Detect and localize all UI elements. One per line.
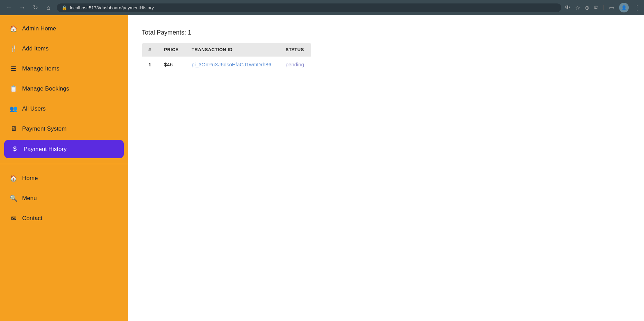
- sidebar-label-all-users: All Users: [22, 105, 46, 112]
- payment-system-icon: 🖥: [10, 125, 17, 132]
- sidebar-label-manage-bookings: Manage Bookings: [22, 85, 69, 92]
- url-text: localhost:5173/dashboard/paymentHistory: [70, 5, 154, 10]
- menu-dots-icon[interactable]: ⋮: [634, 3, 640, 12]
- main-content: Total Payments: 1 # PRICE TRANSACTION ID…: [128, 15, 644, 321]
- col-number: #: [142, 43, 158, 57]
- dollar-icon: $: [11, 145, 19, 153]
- sidebar-item-payment-history[interactable]: $ Payment History: [4, 140, 124, 158]
- sidebar-label-home: Home: [22, 175, 38, 182]
- sidebar-label-add-items: Add Items: [22, 45, 49, 52]
- sidebar-divider: [0, 164, 128, 164]
- sidebar-item-home[interactable]: 🏠 Home: [0, 168, 128, 188]
- sidebar-item-manage-bookings[interactable]: 📋 Manage Bookings: [0, 79, 128, 99]
- sidebar-item-add-items[interactable]: 🍴 Add Items: [0, 39, 128, 59]
- sidebar-item-manage-items[interactable]: ☰ Manage Items: [0, 59, 128, 79]
- cell-price: $46: [158, 57, 185, 73]
- cell-transaction-id: pi_3OnPuXJ6dsoEfaCJ1wmDrh86: [185, 57, 279, 73]
- table-row: 1 $46 pi_3OnPuXJ6dsoEfaCJ1wmDrh86 pendin…: [142, 57, 311, 73]
- star-icon[interactable]: ☆: [575, 4, 580, 11]
- sidebar-label-payment-history: Payment History: [24, 146, 67, 153]
- list-icon: ☰: [10, 65, 17, 73]
- cell-status: pending: [279, 57, 311, 73]
- total-payments-label: Total Payments:: [142, 29, 186, 36]
- address-bar[interactable]: 🔒 localhost:5173/dashboard/paymentHistor…: [57, 3, 561, 12]
- puzzle-icon[interactable]: ⧉: [594, 4, 598, 11]
- envelope-icon: ✉: [10, 215, 17, 222]
- sidebar-label-contact: Contact: [22, 215, 43, 222]
- sidebar-item-menu[interactable]: 🔍 Menu: [0, 188, 128, 208]
- col-transaction-id: TRANSACTION ID: [185, 43, 279, 57]
- sidebar-label-menu: Menu: [22, 195, 37, 202]
- sidebar: 🏠 Admin Home 🍴 Add Items ☰ Manage Items …: [0, 15, 128, 321]
- cell-number: 1: [142, 57, 158, 73]
- bookings-icon: 📋: [10, 85, 17, 93]
- total-payments-count: 1: [188, 29, 191, 36]
- extension-icon[interactable]: ⊕: [585, 4, 589, 11]
- table-header-row: # PRICE TRANSACTION ID STATUS: [142, 43, 311, 57]
- forward-button[interactable]: →: [17, 3, 27, 12]
- home-icon: 🏠: [10, 25, 17, 32]
- sidebar-item-contact[interactable]: ✉ Contact: [0, 208, 128, 228]
- search-icon: 🔍: [10, 195, 17, 202]
- col-price: PRICE: [158, 43, 185, 57]
- col-status: STATUS: [279, 43, 311, 57]
- refresh-button[interactable]: ↻: [30, 3, 40, 12]
- split-icon[interactable]: ▭: [609, 4, 614, 11]
- browser-toolbar: ← → ↻ ⌂ 🔒 localhost:5173/dashboard/payme…: [0, 0, 644, 15]
- sidebar-item-payment-system[interactable]: 🖥 Payment System: [0, 119, 128, 139]
- eye-icon[interactable]: 👁: [565, 4, 570, 11]
- lock-icon: 🔒: [62, 5, 67, 10]
- app-container: 🏠 Admin Home 🍴 Add Items ☰ Manage Items …: [0, 15, 644, 321]
- sidebar-label-manage-items: Manage Items: [22, 65, 59, 72]
- total-payments-summary: Total Payments: 1: [142, 29, 630, 36]
- back-button[interactable]: ←: [4, 3, 14, 12]
- sidebar-label-admin-home: Admin Home: [22, 25, 56, 32]
- payment-table: # PRICE TRANSACTION ID STATUS 1 $46 pi_3…: [142, 43, 311, 73]
- sidebar-item-admin-home[interactable]: 🏠 Admin Home: [0, 19, 128, 39]
- bottom-home-icon: 🏠: [10, 174, 17, 182]
- fork-icon: 🍴: [10, 45, 17, 53]
- sidebar-item-all-users[interactable]: 👥 All Users: [0, 99, 128, 119]
- profile-avatar[interactable]: 👤: [619, 3, 629, 12]
- browser-actions: 👁 ☆ ⊕ ⧉ | ▭ 👤 ⋮: [565, 3, 640, 12]
- sidebar-label-payment-system: Payment System: [22, 125, 67, 132]
- home-button[interactable]: ⌂: [44, 3, 53, 12]
- users-icon: 👥: [10, 105, 17, 113]
